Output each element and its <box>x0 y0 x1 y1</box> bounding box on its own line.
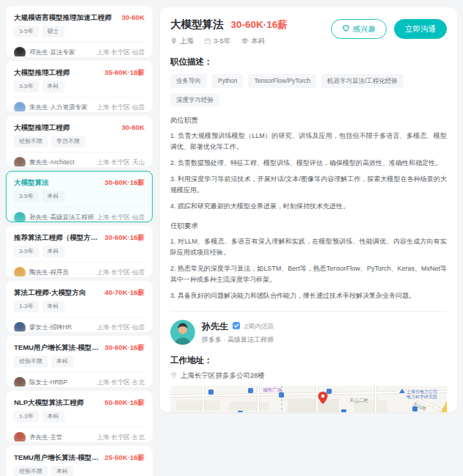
job-salary: 30-60K·16薪 <box>105 343 145 352</box>
job-card-selected[interactable]: 大模型算法30-60K·16薪 3-5年本科 孙先生·高级算法工程师上海·长宁区… <box>6 171 153 222</box>
experience-tag: 3-5年 <box>14 81 39 92</box>
education-tag: 本科 <box>51 466 73 476</box>
job-salary: 40-70K·16薪 <box>105 288 145 297</box>
graduation-cap-icon <box>241 37 249 46</box>
job-location: 上海·长宁区·仙霞 <box>97 268 145 277</box>
skill-tag: TensorFlow/PyTorch <box>248 74 316 88</box>
skill-tag: 机器学习算法/工程化经验 <box>321 74 404 88</box>
avatar <box>14 102 26 112</box>
job-title: 大模型推理工程师 <box>14 122 119 132</box>
job-card[interactable]: 大模型推理工程师30-60K 经验不限学历不限 黄先生·Architect上海·… <box>6 116 153 167</box>
responsibility-item: 3. 利用深度学习等前沿技术，开展对话/文本/图像等内容理解工作，探索大模型在各… <box>170 174 447 196</box>
meta-education: 本科 <box>241 37 265 46</box>
requirements-label: 任职要求 <box>170 221 447 231</box>
job-location: 上海·长宁区·仙霞 <box>97 103 145 112</box>
recruiter-detail-name: 孙先生 <box>202 321 228 333</box>
job-detail-panel: 大模型算法 30-60K·16薪 感兴趣 立即沟通 上海 3-5年 本科 职位描… <box>160 7 457 412</box>
description-section-label: 职位描述： <box>170 56 447 67</box>
recruiter-name: 廖女士·招聘HR <box>29 323 94 332</box>
avatar <box>14 212 26 222</box>
education-tag: 本科 <box>51 356 73 367</box>
job-title: TEMU用户增长算法-模型方向 <box>14 453 102 462</box>
job-location: 上海·长宁区·仙霞 <box>97 323 145 332</box>
job-salary: 30-60K·16薪 <box>105 232 145 242</box>
experience-tag: 1-3年 <box>14 301 39 312</box>
education-tag: 本科 <box>43 301 65 312</box>
recruiter-name: 孙先生·高级算法工程师 <box>29 213 94 222</box>
responsibility-item: 2. 负责数据预处理、特征工程、模型训练、模型评估，确保模型的高效性、准确性和稳… <box>170 158 447 169</box>
job-card[interactable]: NLP大模型算法工程师50-80K·16薪 1-3年本科 齐先生·主管上海·长宁… <box>6 391 153 442</box>
address-section-label: 工作地址： <box>170 355 447 366</box>
experience-tag: 3-5年 <box>14 26 39 37</box>
job-title: TEMU用户增长算法-模型方向 <box>14 343 102 352</box>
job-card[interactable]: 大模型推理工程师35-60K·18薪 3-5年本科 朱先生·人力资源专家上海·长… <box>6 61 153 112</box>
job-card[interactable]: TEMU用户增长算法-模型方向30-60K·16薪 经验不限本科 陈女士·HRB… <box>6 336 153 387</box>
job-location: 上海·长宁区·古北 <box>97 433 145 442</box>
requirement-item: 1. 对LLM、多模态、多语言有深入理解和实践，在模型预训练、性能调优、内容生成… <box>170 236 447 258</box>
job-title: 算法工程师-大模型方向 <box>14 288 102 297</box>
job-title: 大模型推理工程师 <box>14 67 102 77</box>
avatar <box>14 377 26 387</box>
experience-tag: 经验不限 <box>14 136 48 147</box>
chat-now-button[interactable]: 立即沟通 <box>394 19 447 39</box>
job-title: 推荐算法工程师（模型方向） <box>14 232 102 242</box>
education-tag: 本科 <box>43 81 65 92</box>
skill-tag: Python <box>212 74 243 88</box>
recruiter-active-status: 2周内活跃 <box>244 322 274 332</box>
education-tag: 学历不限 <box>51 136 85 147</box>
requirement-item: 2. 熟悉常见的深度学习算法，如LSTM、Bert等，熟悉TensorFlow、… <box>170 263 447 285</box>
experience-tag: 3-5年 <box>14 191 39 202</box>
experience-tag: 经验不限 <box>14 356 48 367</box>
job-location: 上海·长宁区·仙霞 <box>97 48 145 57</box>
job-list: 大规模语言模型推理加速工程师30-60K 3-5年硕士 邓先生·算法专家上海·长… <box>6 6 153 476</box>
responsibility-item: 1. 负责大规模预训练模型（LLM）的研究、训练及应用，包括但不限于多语言、多模… <box>170 131 447 153</box>
map-graphic: 天山第二小学 大金更小区 SOHO天山广场 紫云小区 投资大楼 天山二村小区南区… <box>170 386 447 412</box>
svg-text:城市广场: 城市广场 <box>263 387 282 393</box>
responsibilities-label: 岗位职责 <box>170 116 447 125</box>
job-title: NLP大模型算法工程师 <box>14 398 102 407</box>
job-salary: 30-60K <box>122 122 145 132</box>
detail-job-title: 大模型算法 <box>170 18 224 32</box>
job-salary: 50-80K·16薪 <box>105 398 145 407</box>
education-tag: 本科 <box>43 191 65 202</box>
work-address: 上海长宁区拼多多公司28楼 <box>181 371 265 381</box>
job-card[interactable]: 推荐算法工程师（模型方向）30-60K·16薪 3-5年本科 陶先生·程序员上海… <box>6 226 153 277</box>
detail-salary: 30-60K·16薪 <box>231 18 288 32</box>
education-tag: 硕士 <box>43 26 65 37</box>
recruiter-name: 齐先生·主管 <box>29 433 94 442</box>
job-card[interactable]: 算法工程师-大模型方向40-70K·16薪 1-3年本科 廖女士·招聘HR上海·… <box>6 281 153 332</box>
chat-now-label: 立即沟通 <box>405 24 436 34</box>
job-location: 上海·长宁区·仙霞 <box>97 213 145 222</box>
skill-tags: 业务导向 Python TensorFlow/PyTorch 机器学习算法/工程… <box>170 74 447 106</box>
recruiter-card[interactable]: 孙先生 2周内活跃 拼多多 · 高级算法工程师 <box>170 320 447 345</box>
job-location: 上海·长宁区·天山 <box>97 158 145 167</box>
education-tag: 本科 <box>43 411 65 422</box>
skill-tag: 业务导向 <box>170 74 207 88</box>
svg-text:上海市电力公司: 上海市电力公司 <box>406 389 437 394</box>
job-salary: 25-50K·16薪 <box>105 453 145 462</box>
experience-tag: 经验不限 <box>14 466 48 476</box>
job-salary: 30-60K·16薪 <box>105 177 145 187</box>
interested-button[interactable]: 感兴趣 <box>331 19 387 39</box>
address-pin-icon <box>170 372 178 381</box>
recruiter-avatar <box>170 320 195 345</box>
svg-text:天山二村: 天山二村 <box>349 398 368 403</box>
avatar <box>14 47 26 57</box>
job-card[interactable]: 大规模语言模型推理加速工程师30-60K 3-5年硕士 邓先生·算法专家上海·长… <box>6 6 153 57</box>
recruiter-name: 朱先生·人力资源专家 <box>29 103 94 112</box>
job-card[interactable]: TEMU用户增长算法-模型方向25-50K·16薪 经验不限本科 <box>6 446 153 476</box>
avatar <box>14 267 26 277</box>
recruiter-name: 邓先生·算法专家 <box>29 48 94 57</box>
location-map[interactable]: 天山第二小学 大金更小区 SOHO天山广场 紫云小区 投资大楼 天山二村小区南区… <box>170 386 447 412</box>
experience-tag: 3-5年 <box>14 246 39 257</box>
recruiter-name: 黄先生·Architect <box>29 158 94 167</box>
job-salary: 30-60K <box>122 12 145 22</box>
responsibility-item: 4. 跟踪和研究最新的大模型业界进展，时刻保持技术先进性。 <box>170 201 447 212</box>
heart-icon <box>342 24 350 34</box>
divider <box>170 311 447 312</box>
avatar <box>14 322 26 332</box>
skill-tag: 深度学习经验 <box>170 93 219 107</box>
job-title: 大规模语言模型推理加速工程师 <box>14 12 119 22</box>
calendar-icon <box>204 37 211 46</box>
recruiter-name: 陈女士·HRBP <box>29 378 94 387</box>
